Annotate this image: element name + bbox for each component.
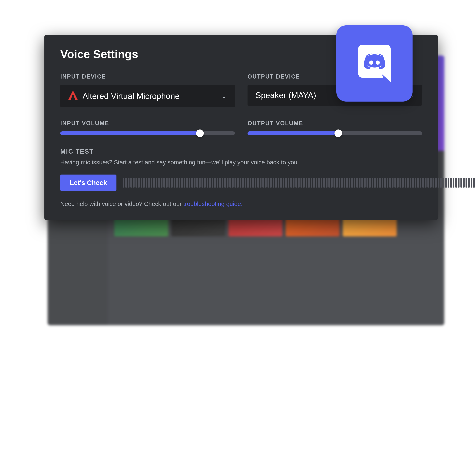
viz-bar <box>349 178 350 187</box>
viz-bar <box>128 178 130 187</box>
viz-bar <box>171 178 173 187</box>
troubleshooting-link[interactable]: troubleshooting guide. <box>183 201 243 207</box>
viz-bar <box>212 178 213 187</box>
viz-bar <box>260 178 261 187</box>
viz-bar <box>417 178 419 187</box>
viz-bar <box>356 178 358 187</box>
help-text-prefix: Need help with voice or video? Check out… <box>60 201 183 207</box>
viz-bar <box>397 178 399 187</box>
viz-bar <box>468 178 470 187</box>
viz-bar <box>425 178 426 187</box>
viz-bar <box>450 178 452 187</box>
viz-bar <box>364 178 366 187</box>
viz-bar <box>196 178 198 187</box>
input-volume-slider[interactable] <box>60 131 235 135</box>
viz-bar <box>133 178 135 187</box>
viz-bar <box>422 178 424 187</box>
viz-bar <box>156 178 157 187</box>
viz-bar <box>402 178 404 187</box>
viz-bar <box>387 178 389 187</box>
viz-bar <box>237 178 239 187</box>
viz-bar <box>199 178 201 187</box>
viz-bar <box>455 178 457 187</box>
viz-bar <box>202 178 203 187</box>
viz-bar <box>242 178 244 187</box>
viz-bar <box>465 178 467 187</box>
mic-test-row: Let's Check <box>60 174 422 191</box>
viz-bar <box>351 178 353 187</box>
viz-bar <box>186 178 188 187</box>
viz-bar <box>252 178 254 187</box>
viz-bar <box>169 178 170 187</box>
viz-bar <box>321 178 323 187</box>
viz-bar <box>265 178 267 187</box>
viz-bar <box>146 178 147 187</box>
lets-check-button[interactable]: Let's Check <box>60 174 117 191</box>
viz-bar <box>445 178 447 187</box>
viz-bar <box>181 178 183 187</box>
viz-bar <box>255 178 256 187</box>
viz-bar <box>194 178 195 187</box>
discord-badge <box>336 25 412 102</box>
viz-bar <box>161 178 162 187</box>
viz-bar <box>176 178 178 187</box>
viz-bar <box>301 178 302 187</box>
mic-test-title: MIC TEST <box>60 148 422 155</box>
viz-bar <box>280 178 282 187</box>
mic-test-description: Having mic issues? Start a test and say … <box>60 158 422 167</box>
viz-bar <box>313 178 315 187</box>
viz-bar <box>473 178 475 187</box>
viz-bar <box>125 178 127 187</box>
input-volume-label: INPUT VOLUME <box>60 120 235 127</box>
viz-bar <box>163 178 165 187</box>
viz-bar <box>303 178 305 187</box>
viz-bar <box>372 178 373 187</box>
viz-bar <box>415 178 416 187</box>
viz-bar <box>328 178 330 187</box>
viz-bar <box>262 178 264 187</box>
viz-bar <box>361 178 363 187</box>
viz-bar <box>430 178 432 187</box>
viz-bar <box>440 178 442 187</box>
output-volume-thumb[interactable] <box>335 130 342 137</box>
viz-bar <box>290 178 292 187</box>
viz-bar <box>316 178 317 187</box>
viz-bar <box>448 178 449 187</box>
viz-bar <box>239 178 241 187</box>
output-volume-slider[interactable] <box>248 131 422 135</box>
viz-bar <box>245 178 246 187</box>
viz-bar <box>427 178 429 187</box>
viz-bar <box>359 178 360 187</box>
viz-bar <box>336 178 338 187</box>
viz-bar <box>166 178 168 187</box>
viz-bar <box>209 178 211 187</box>
viz-bar <box>148 178 150 187</box>
audio-visualizer <box>123 176 476 189</box>
viz-bar <box>257 178 259 187</box>
viz-bar <box>311 178 312 187</box>
viz-bar <box>394 178 396 187</box>
viz-bar <box>323 178 325 187</box>
viz-bar <box>143 178 145 187</box>
viz-bar <box>204 178 206 187</box>
input-device-select[interactable]: Altered Virtual Microphone ⌄ <box>60 85 235 107</box>
viz-bar <box>227 178 228 187</box>
viz-bar <box>433 178 434 187</box>
scene-container: Voice Settings INPUT DEVICE Altered Virt… <box>16 16 460 460</box>
viz-bar <box>377 178 378 187</box>
viz-bar <box>136 178 137 187</box>
input-volume-thumb[interactable] <box>196 130 204 137</box>
viz-bar <box>158 178 160 187</box>
viz-bar <box>141 178 142 187</box>
viz-bar <box>224 178 226 187</box>
viz-bar <box>458 178 459 187</box>
viz-bar <box>392 178 393 187</box>
viz-bar <box>318 178 320 187</box>
viz-bar <box>331 178 333 187</box>
input-device-select-left: Altered Virtual Microphone <box>68 90 180 102</box>
viz-bar <box>374 178 376 187</box>
viz-bar <box>232 178 234 187</box>
viz-bar <box>389 178 391 187</box>
viz-bar <box>123 178 124 187</box>
viz-bar <box>189 178 190 187</box>
